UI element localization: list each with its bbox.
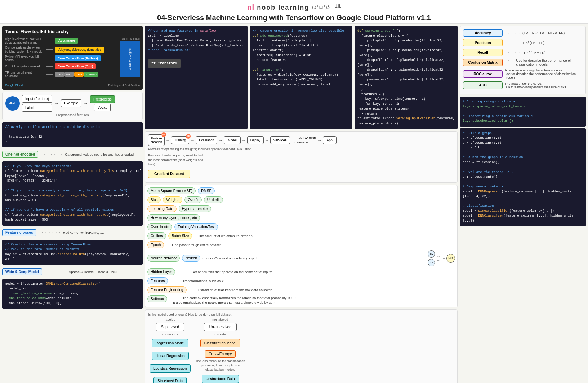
tf-hierarchy-panel: TensorFlow toolkit hierarchy High-level … [2,26,143,90]
pipeline-nodes-row: Featurecreation FE → Training FE → Evalu… [148,134,454,146]
tfg-comment2: # Launch the graph in a session. [463,156,525,159]
df-line3: | 'addfields_train' >> beam.FlatMap(add_… [148,44,243,48]
tfg-dnn: model = [463,190,478,193]
df-dataflow: Dataflow [200,29,216,33]
chip-lr: Learning Rate [147,205,177,212]
fcc-comment1: // Creating feature crosses using Tensor… [5,243,91,246]
roc-desc-col: A receiver operating characteristic curv… [505,68,583,79]
right-code-area: # Encoding categorical data layers.spars… [460,97,586,226]
cloud-ml-icon: ☁️ML [5,96,20,111]
services-node: Services [270,136,290,144]
auc-desc2: Is a threshold-independent measure of sk… [505,85,567,89]
wide-deep-row: Wide & Deep Model · · · · · · · Sparse &… [2,268,143,275]
tfg-dnnc-fn: DNNClassifier [478,214,503,218]
cloud-ml-flow-row: ☁️ML Input (Feature) Label → Example → P… [5,95,139,112]
supervised-subbranches: continuous Regression Model Linear Regre… [148,333,192,383]
lr-dots: · · · [213,207,222,211]
df-comment: // Can add new features in [148,29,200,33]
chip-feature-engineering: Feature Engineering [147,286,187,293]
preprocess-col: Preprocess Vocab [90,95,115,111]
gradient-descent-section: Process of reducing error, used to find … [148,153,454,179]
features-desc: · · · · · · ·Transformations, such as x² [170,279,455,283]
auc-desc-col: The area under the curve. Is a threshold… [505,82,567,89]
nn-sum: → [442,257,446,260]
pipe-arrow-2: → [190,138,195,143]
fc-line1a: tf.feature_column. [5,169,40,173]
tf-chip-tpu: TPU [74,72,84,77]
tfg-comment3: # Evaluate the tensor `c`. [463,170,513,174]
chip-bias: Bias [147,196,161,203]
recall-formula: ·TP / (TP + FN) [522,50,545,54]
fc2-line4: return features [253,58,286,62]
term-row-overshoots: Overshoots Training/Validation/Test [147,223,455,230]
chip-batch-size: Batch Size [168,232,192,239]
left-column: TensorFlow toolkit hierarchy High-level … [2,26,143,383]
fc2-fn2: _input_fn [260,68,278,72]
chip-train-val-test: Training/Validation/Test [174,223,218,230]
tfg-sess: sess = tf.Session() [463,161,500,164]
nn-x2: x₂ [428,259,435,266]
term-row-lr: Learning Rate Hyperparameter · · · [147,205,455,212]
enc-comment: # Encoding categorical data [463,100,515,103]
enc-line2: layers.bucketized_column() [463,119,513,123]
labeled-label: labeled [165,318,175,321]
pred-label: Prediction [297,141,309,144]
deploy-node: Deploy [247,136,264,144]
cloud-ml-flow-panel: ☁️ML Input (Feature) Label → Example → P… [2,92,143,120]
tfg-c: c = a * b [463,146,480,150]
tfg-b: b = tf.constant(6.0) [463,141,502,145]
tfg-lc: model = [463,209,478,213]
feature-crosses-code: // Creating feature crosses using Tensor… [2,240,143,265]
accuracy-formula: (TP+TN) / (TP+TN+FP+FN) [522,31,565,35]
df-line1: train = pipeline [148,34,179,38]
fc2-line1: lat1 = features['pickuplat'] ... [253,39,319,43]
chip-softmax: Softmax [147,295,167,302]
chip-mse: Mean Square Error (MSE) [147,187,196,194]
term-row-bias: Bias Weights Overfit Underfit [147,196,455,203]
term-row-epoch: Epoch · · · One pass through entire data… [147,241,455,248]
feature-crosses-dots: · · · · · · · [39,231,61,235]
gd-desc: Process of reducing error, used to find … [148,153,206,167]
tf-chip-cpp: Core TensorFlow (C++) [55,63,96,69]
precision-row: Precision · · · · · TP / (TP + FP) [463,39,583,46]
fe-badge-1: FE [161,132,166,137]
fc-line1d: '87654', '98723', '23451']) [5,179,58,183]
sf-line11: } return tf.estimator.export. [357,112,396,121]
sf-def: def [357,29,365,33]
tfg-a: a = tf.constant(5.0) [463,136,502,140]
chip-neuron-network: Neuron Network [147,255,180,262]
epoch-desc: · · · One pass through entire dataset [166,243,455,247]
wd-line1b: DNNLinearCombinedClassifier [46,282,98,286]
encoding-code-block: # Encoding categorical data layers.spars… [460,97,586,127]
fc2-fn1: add_engineered [260,34,288,38]
term-row-mse: Mean Square Error (MSE) RMSE [147,187,455,194]
tf-chip-layers: tf.layers, tf.losses, tf.metrics [55,47,104,53]
fc-comment1: // If you know the keys beforehand [5,165,71,168]
vocab-box: Vocab [94,104,111,111]
accuracy-row: Accuracy · · · · · (TP+TN) / (TP+TN+FP+F… [463,29,583,37]
fcc-line1b: crossed_column [58,253,85,256]
sf-line3: 'pickuplon' : tf.placeholder(tf.float32,… [357,49,443,57]
fc2-line5: features = dict(zip(CSV_COLUMNS, columns… [253,73,338,77]
metrics-panel: Accuracy · · · · · (TP+TN) / (TP+TN+FP+F… [460,26,586,94]
main-layout: TensorFlow toolkit hierarchy High-level … [0,24,588,383]
pipeline-process-label: Process of optimizing the weights; inclu… [148,147,454,151]
pipe-arrow-1: → [166,138,170,143]
sf-fn: serving_input_fn [365,29,396,33]
rest-row: → REST w/ inputs [292,136,316,140]
training-node: Training FE [171,136,189,144]
chip-underfit: Underfit [204,196,223,203]
fc2-comment: // Feature creation in TensorFlow also p… [253,29,344,33]
tf-row-hardware: TF runs on different hardware CPU GPU TP… [5,71,118,78]
chip-weights: Weights [163,196,182,203]
attr-comment: // Overly specific attributes should be … [5,125,101,129]
tf-row-line-1 [46,41,53,41]
tf-row-label-1: High-level "out-of-box" API does distrib… [5,37,45,44]
auc-desc1: The area under the curve. [505,82,567,85]
logistics-regression-chip: Logistics Regression [150,364,191,373]
chip-overshoots: Overshoots [147,223,172,230]
auc-row: AUC The area under the curve. Is a thres… [463,81,583,89]
tfg-comment5: # Classification [463,204,494,208]
sf-fnb: (): [396,29,402,33]
google-cloud-label: Google Cloud [5,84,23,87]
